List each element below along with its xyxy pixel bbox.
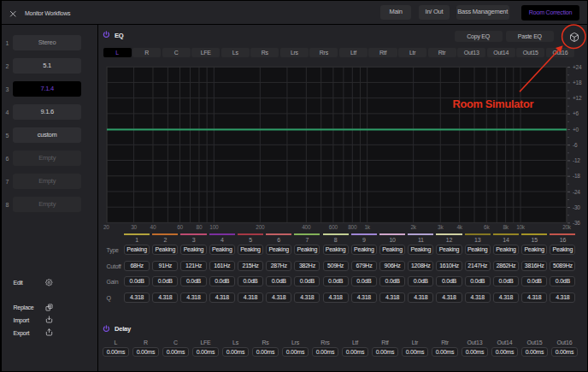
svg-text:Room Simulator: Room Simulator: [453, 97, 534, 110]
